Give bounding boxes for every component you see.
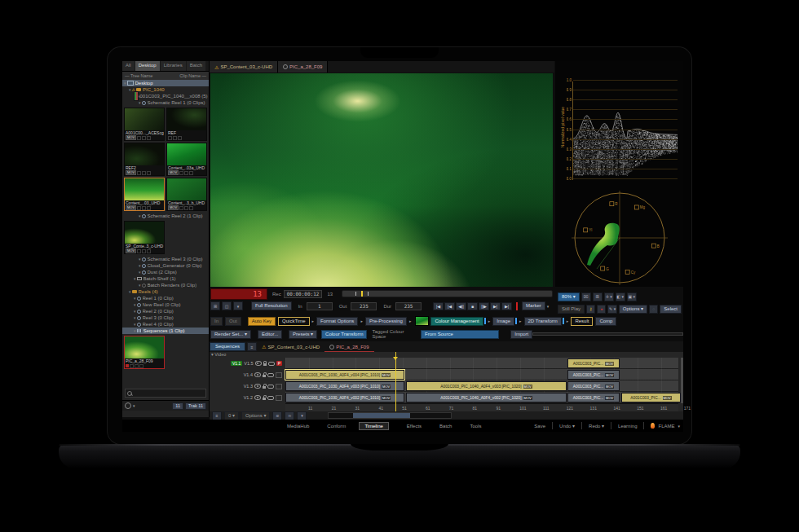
compare-icon[interactable]: ◧ ▾ xyxy=(616,292,625,301)
tree-caret-icon[interactable]: ▾ xyxy=(124,81,126,86)
workspace-tab-batch[interactable]: Batch xyxy=(187,61,205,71)
media-search-field[interactable] xyxy=(125,389,206,398)
timeline-clip[interactable]: A001C003_PIC_1040_A0F4_v002 [PIC_1020]MO… xyxy=(406,393,567,402)
clip-thumbnail[interactable]: Content_..03_UHDMOV xyxy=(124,178,165,211)
select-button[interactable]: Select xyxy=(660,305,682,314)
hamburger-icon[interactable]: ≡ xyxy=(212,411,222,420)
tree-caret-icon[interactable]: ▾ xyxy=(139,263,141,268)
timeline-scrollbar[interactable] xyxy=(681,358,683,403)
tree-caret-icon[interactable]: ▾ xyxy=(134,276,136,281)
proxy-icon[interactable]: ◫ xyxy=(222,301,232,310)
bottom-tab-batch[interactable]: Batch xyxy=(439,424,452,429)
out-field[interactable]: 235 xyxy=(351,302,377,310)
clip-thumbnail[interactable]: Content_..3_b_UHDMOV xyxy=(166,178,207,211)
tree-item[interactable]: ▾Reel 1 (0 Clip) xyxy=(122,295,209,301)
tree-caret-icon[interactable]: ▾ xyxy=(139,100,141,105)
workspace-tab-all[interactable]: All xyxy=(122,61,135,71)
chevron-down-icon[interactable]: ▾ xyxy=(547,304,550,309)
tree-caret-icon[interactable]: ▾ xyxy=(139,257,141,262)
zoom-level-dropdown[interactable]: 80% ▾ xyxy=(558,292,580,301)
display-icon[interactable]: ▣ ▾ xyxy=(627,292,637,301)
timeline-clip[interactable]: A001C003_PIC...MOV xyxy=(567,358,620,368)
chevron-down-icon[interactable]: ▾ xyxy=(678,424,680,429)
scrollbar-thumb[interactable] xyxy=(353,413,410,418)
dur-field[interactable]: 235 xyxy=(395,302,422,310)
tree-caret-icon[interactable]: ▾ xyxy=(134,322,136,327)
transport-go-to-end-button[interactable]: ▶| xyxy=(501,302,512,310)
viewer-image[interactable] xyxy=(210,73,553,287)
track-option-box[interactable] xyxy=(276,372,282,378)
bottom-tab-timeline[interactable]: Timeline xyxy=(359,422,388,430)
viewer-tab-pic-a-28[interactable]: PIC_a_28_F09 xyxy=(278,61,328,73)
bottom-tab-conform[interactable]: Conform xyxy=(327,424,346,429)
comp-button[interactable]: Comp xyxy=(595,317,616,326)
visibility-icon[interactable] xyxy=(254,384,261,389)
pipeline-in-button[interactable]: In xyxy=(210,317,223,326)
timeline-tab-sp-content[interactable]: ⚠ SP_Content_03_c-UHD xyxy=(257,341,324,352)
visibility-icon[interactable] xyxy=(254,395,261,400)
timeline-zoom-scrollbar[interactable] xyxy=(328,412,452,419)
tree-item[interactable]: ▾Reel 3 (0 Clip) xyxy=(122,314,209,321)
track-option-box[interactable] xyxy=(276,395,282,401)
visibility-icon[interactable] xyxy=(254,372,261,377)
quicktime-node[interactable]: QuickTime xyxy=(278,317,309,326)
tree-item[interactable]: ▾Batch Renders (0 Clip) xyxy=(122,282,209,288)
tree-item[interactable]: ▾Cloud_Generator (0 Clip) xyxy=(122,262,209,269)
panel-footer-button-1[interactable]: 11 xyxy=(172,402,183,410)
tree-caret-icon[interactable]: ▾ xyxy=(134,302,136,307)
editor-button[interactable]: Editor... xyxy=(258,330,282,339)
chevron-down-icon[interactable]: ▾ xyxy=(233,301,243,310)
magnifier-icon[interactable]: ◌ xyxy=(649,305,658,314)
pre-processing-node[interactable]: Pre-Processing xyxy=(365,317,407,326)
clip-thumbnail[interactable]: A001C00..._ACEScgMOV xyxy=(124,108,165,141)
image-node[interactable]: Image xyxy=(492,317,514,326)
tree-caret-icon[interactable]: ▾ xyxy=(129,87,131,92)
track-header-v1.2[interactable]: V1.2 xyxy=(210,392,285,403)
tree-caret-icon[interactable]: ▾ xyxy=(134,309,136,314)
current-frame-field[interactable]: 13 xyxy=(210,288,267,300)
zero-dropdown[interactable]: 0 ▾ xyxy=(224,411,239,420)
lock-icon[interactable] xyxy=(263,375,266,377)
lock-icon[interactable]: ⌧ xyxy=(581,292,591,301)
marker-button[interactable]: Marker xyxy=(522,301,545,310)
link-icon[interactable] xyxy=(267,373,274,377)
viewer-tab-sp-content[interactable]: ⚠ SP_Content_03_c-UHD xyxy=(210,61,278,73)
clip-thumbnail[interactable]: SP_Conte..3_c-UHDMOV xyxy=(124,221,165,254)
track-header-v1.3[interactable]: V1.3 xyxy=(210,380,285,392)
pipeline-out-button[interactable]: Out xyxy=(225,317,241,326)
video-group-label[interactable]: ▾ Video xyxy=(211,352,226,357)
transport-stop-button[interactable]: ■ xyxy=(467,302,478,310)
playhead-marker[interactable] xyxy=(361,291,363,297)
grid-icon[interactable]: ⊞ xyxy=(593,292,603,301)
timeline-clip[interactable]: A001C003_PIC...MOV xyxy=(567,381,620,391)
timeline-clip[interactable]: A001C003_PIC_1030_A0F4_v003 [PIC_1010]MO… xyxy=(285,381,404,391)
sequences-dropdown[interactable]: Sequences xyxy=(210,342,245,351)
tree-item[interactable]: ▾Schematic Reel 3 (0 Clip) xyxy=(122,256,209,262)
tree-item[interactable]: ▾Reels (4) xyxy=(122,288,209,295)
link-icon[interactable] xyxy=(267,396,274,400)
auto-key-button[interactable]: Auto Key xyxy=(248,317,276,326)
timeline-clip[interactable]: A001C003_PIC_1030_A0F4_v004 [PIC_1010]MO… xyxy=(285,370,404,380)
comment-field[interactable] xyxy=(532,332,683,336)
playback-position-slider[interactable] xyxy=(342,290,553,297)
transport-step-forward-button[interactable]: ||▶ xyxy=(479,302,489,310)
lock-icon[interactable] xyxy=(263,398,266,400)
grid-view-icon[interactable]: ⊞ xyxy=(210,301,220,310)
learning-menu[interactable]: Learning xyxy=(618,424,637,429)
undo-dropdown[interactable]: Undo ▾ xyxy=(559,423,575,429)
workspace-tab-libraries[interactable]: Libraries xyxy=(161,61,186,71)
chevron-down-icon[interactable]: ▾ xyxy=(297,411,307,420)
bottom-tab-tools[interactable]: Tools xyxy=(470,424,481,429)
clip-thumbnail[interactable]: Content_..03a_UHDMOV xyxy=(166,143,207,176)
tree-caret-icon[interactable]: ▾ xyxy=(139,270,141,275)
link-icon[interactable] xyxy=(268,362,275,366)
timeline-tab-pic-a-28[interactable]: PIC_a_28_F09 xyxy=(324,341,373,352)
presets-dropdown[interactable]: Presets ▾ xyxy=(289,330,317,339)
colour-management-node[interactable]: Colour Management xyxy=(430,317,483,326)
bottom-tab-mediahub[interactable]: MediaHub xyxy=(287,424,309,429)
still-play-button[interactable]: Still Play xyxy=(558,305,585,314)
options-button[interactable]: Options ▾ xyxy=(619,305,647,314)
tree-item[interactable]: ▾A001C003_PIC_1040__x008 (5) xyxy=(122,93,209,99)
record-icon[interactable]: ● xyxy=(597,305,606,314)
transport-previous-cut-button[interactable]: |◀ xyxy=(444,302,455,310)
